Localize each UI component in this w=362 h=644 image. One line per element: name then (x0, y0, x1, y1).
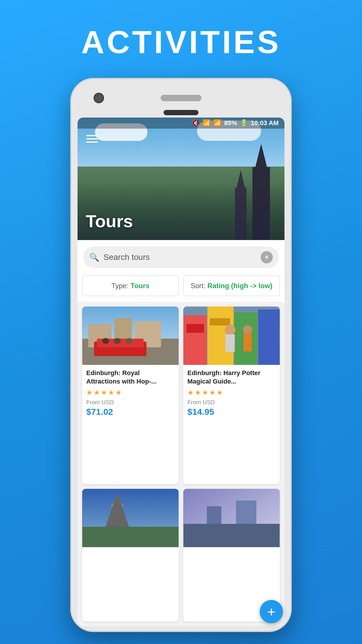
tour-card-1[interactable]: Edinburgh: Royal Attractions with Hop-..… (82, 307, 179, 484)
card-info-3 (82, 547, 179, 559)
page-title-text: ACTIVITIES (81, 23, 281, 60)
svg-rect-18 (226, 334, 235, 352)
search-section: 🔍 Search tours × (78, 240, 284, 273)
star-4: ★ (209, 388, 216, 397)
star-3: ★ (101, 388, 107, 397)
battery-icon: 🔋 (240, 119, 248, 127)
hamburger-menu-icon[interactable] (86, 135, 98, 143)
time-text: 10:03 AM (251, 119, 279, 127)
add-fab-button[interactable]: + (260, 600, 283, 623)
sort-filter-button[interactable]: Sort: Rating (high -> low) (183, 276, 280, 296)
card-title-1: Edinburgh: Royal Attractions with Hop-..… (86, 369, 175, 386)
star-2: ★ (94, 388, 100, 397)
sort-value: Rating (high -> low) (208, 282, 273, 290)
phone-shell: 🔇 📶 📶 85% 🔋 10:03 AM (70, 78, 292, 632)
hero-overlay (78, 182, 284, 240)
card-image-1 (82, 307, 179, 365)
svg-rect-11 (184, 315, 207, 365)
svg-rect-14 (258, 309, 280, 365)
sort-label: Sort: (191, 282, 205, 290)
star-1: ★ (86, 388, 93, 397)
search-bar[interactable]: 🔍 Search tours × (83, 246, 279, 268)
tours-grid: Edinburgh: Royal Attractions with Hop-..… (78, 302, 284, 626)
clear-search-button[interactable]: × (261, 251, 273, 263)
card-info-2: Edinburgh: Harry Potter Magical Guide...… (183, 365, 280, 421)
card-from-2: From USD (187, 399, 276, 406)
search-input[interactable]: Search tours (103, 253, 256, 262)
svg-rect-26 (184, 524, 280, 547)
search-icon: 🔍 (89, 253, 99, 262)
card-image-4 (183, 489, 280, 547)
phone-screen: 🔇 📶 📶 85% 🔋 10:03 AM (78, 118, 284, 626)
card-stars-1: ★ ★ ★ ★ ★ (86, 388, 175, 397)
menu-line-2 (86, 138, 98, 139)
hero-title-text: Tours (86, 211, 133, 231)
hero-banner: 🔇 📶 📶 85% 🔋 10:03 AM (78, 118, 284, 240)
star-3: ★ (202, 388, 208, 397)
tour-card-3[interactable] (82, 489, 179, 622)
star-2: ★ (195, 388, 201, 397)
card-info-1: Edinburgh: Royal Attractions with Hop-..… (82, 365, 179, 421)
menu-line-1 (86, 135, 98, 136)
type-filter-button[interactable]: Type: Tours (82, 276, 179, 296)
card-price-1: $71.02 (86, 407, 175, 417)
card-title-2: Edinburgh: Harry Potter Magical Guide... (187, 369, 276, 386)
svg-point-8 (114, 338, 121, 344)
front-camera (94, 93, 104, 103)
phone-speaker (161, 95, 201, 101)
phone-top-bar (76, 84, 286, 110)
card-price-2: $14.95 (187, 407, 276, 417)
svg-rect-28 (236, 501, 256, 524)
svg-rect-16 (210, 318, 230, 326)
menu-line-3 (86, 141, 98, 143)
battery-text: 85% (224, 119, 237, 127)
svg-rect-22 (82, 527, 179, 547)
svg-rect-27 (207, 506, 222, 524)
status-bar: 🔇 📶 📶 85% 🔋 10:03 AM (78, 118, 284, 129)
wifi-icon: 📶 (203, 119, 210, 127)
filter-section: Type: Tours Sort: Rating (high -> low) (78, 273, 284, 302)
card-image-3 (82, 489, 179, 547)
star-4: ★ (108, 388, 115, 397)
mute-icon: 🔇 (192, 119, 200, 127)
type-label: Type: (111, 282, 129, 290)
fab-container: + (260, 600, 283, 623)
card-stars-2: ★ ★ ★ ★ ★ (187, 388, 276, 397)
star-1: ★ (187, 388, 194, 397)
svg-rect-20 (244, 334, 252, 351)
svg-point-19 (243, 325, 252, 335)
svg-point-7 (102, 338, 109, 344)
star-5: ★ (217, 388, 223, 397)
phone-earpiece (164, 110, 198, 115)
star-5: ★ (115, 388, 122, 397)
signal-icon: 📶 (213, 119, 221, 127)
card-image-2 (183, 307, 280, 365)
svg-rect-15 (187, 324, 204, 333)
tower-spire (255, 144, 267, 167)
tour-card-2[interactable]: Edinburgh: Harry Potter Magical Guide...… (183, 307, 280, 484)
svg-point-17 (225, 325, 236, 335)
type-value: Tours (131, 282, 150, 290)
card-info-4 (183, 547, 280, 559)
svg-point-9 (126, 338, 133, 344)
card-from-1: From USD (86, 399, 175, 406)
